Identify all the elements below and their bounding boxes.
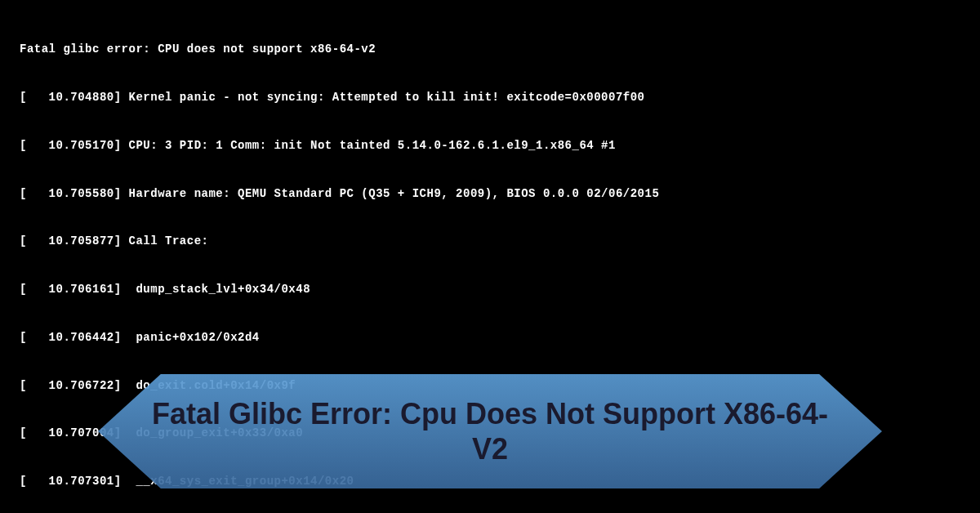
title-banner: Fatal Glibc Error: Cpu Does Not Support … bbox=[98, 374, 882, 488]
terminal-line: [ 10.705170] CPU: 3 PID: 1 Comm: init No… bbox=[20, 138, 960, 154]
terminal-line: [ 10.706442] panic+0x102/0x2d4 bbox=[20, 330, 960, 346]
terminal-line: [ 10.704880] Kernel panic - not syncing:… bbox=[20, 90, 960, 106]
terminal-line: Fatal glibc error: CPU does not support … bbox=[20, 42, 960, 58]
banner-text: Fatal Glibc Error: Cpu Does Not Support … bbox=[98, 396, 882, 466]
terminal-line: [ 10.706161] dump_stack_lvl+0x34/0x48 bbox=[20, 282, 960, 298]
terminal-line: [ 10.705877] Call Trace: bbox=[20, 234, 960, 250]
terminal-line: [ 10.705580] Hardware name: QEMU Standar… bbox=[20, 186, 960, 203]
